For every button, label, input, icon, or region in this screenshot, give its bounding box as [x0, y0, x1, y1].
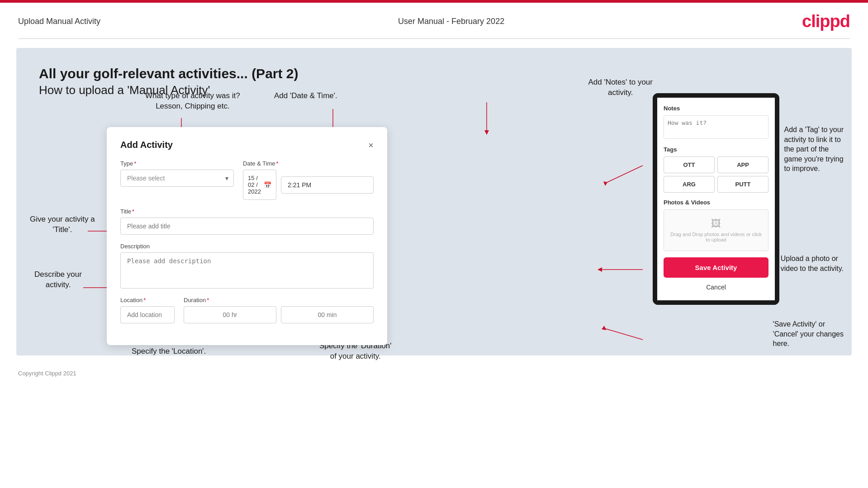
cancel-button[interactable]: Cancel: [664, 284, 768, 291]
annotation-date-time: Add 'Date & Time'.: [274, 91, 337, 101]
type-label: Type*: [120, 160, 234, 167]
description-field-group: Description: [120, 243, 374, 289]
page-title: All your golf-relevant activities... (Pa…: [39, 66, 829, 81]
photos-upload-area[interactable]: 🖼 Drag and Drop photos and videos or cli…: [664, 209, 768, 251]
location-field-group: Location*: [120, 297, 175, 323]
calendar-icon: 📅: [264, 181, 271, 189]
type-field-group: Type* Please select ▾: [120, 160, 234, 200]
annotation-upload: Upload a photo or video to the activity.: [781, 254, 844, 273]
annotation-save-cancel: 'Save Activity' or 'Cancel' your changes…: [773, 319, 844, 349]
upload-manual-activity-label: Upload Manual Activity: [18, 17, 100, 26]
photos-label: Photos & Videos: [664, 199, 768, 206]
location-input[interactable]: [120, 306, 175, 323]
duration-hr-input[interactable]: [184, 306, 276, 323]
dialog-title: Add Activity: [120, 140, 173, 150]
annotation-activity-type: What type of activity was it? Lesson, Ch…: [145, 91, 240, 112]
main-content: All your golf-relevant activities... (Pa…: [16, 48, 852, 355]
annotation-notes: Add 'Notes' to your activity.: [588, 77, 653, 98]
phone-mockup: Notes Tags OTT APP ARG PUTT Photos & Vid…: [653, 93, 779, 305]
footer: Copyright Clippd 2021: [0, 365, 868, 382]
user-manual-label: User Manual - February 2022: [398, 17, 504, 26]
svg-marker-17: [484, 130, 489, 135]
tag-arg[interactable]: ARG: [664, 176, 715, 193]
annotation-describe: Describe your activity.: [34, 270, 82, 290]
description-label: Description: [120, 243, 374, 250]
title-field-group: Title*: [120, 208, 374, 235]
clippd-logo: clippd: [802, 12, 850, 31]
tags-grid: OTT APP ARG PUTT: [664, 156, 768, 193]
header: Upload Manual Activity User Manual - Feb…: [0, 3, 868, 38]
time-input[interactable]: [281, 176, 374, 194]
annotation-tag: Add a 'Tag' to your activity to link it …: [784, 125, 844, 174]
date-input[interactable]: 15 / 02 / 2022 📅: [243, 170, 276, 200]
duration-min-input[interactable]: [281, 306, 374, 323]
notes-textarea[interactable]: [664, 115, 768, 139]
tag-ott[interactable]: OTT: [664, 156, 715, 173]
type-select[interactable]: Please select: [120, 170, 234, 187]
tags-label: Tags: [664, 146, 768, 153]
tag-app[interactable]: APP: [717, 156, 768, 173]
datetime-label: Date & Time*: [243, 160, 374, 167]
svg-line-18: [604, 166, 643, 184]
dialog-close-button[interactable]: ×: [368, 141, 374, 150]
svg-marker-19: [603, 181, 607, 186]
copyright-text: Copyright Clippd 2021: [18, 370, 76, 377]
location-label: Location*: [120, 297, 175, 303]
image-icon: 🖼: [669, 218, 764, 230]
duration-field-group: Duration*: [184, 297, 374, 323]
tag-putt[interactable]: PUTT: [717, 176, 768, 193]
svg-marker-21: [598, 267, 602, 272]
description-textarea[interactable]: [120, 252, 374, 289]
annotation-location: Specify the 'Location'.: [132, 346, 206, 357]
svg-marker-23: [602, 326, 606, 330]
header-divider: [18, 38, 850, 39]
save-activity-button[interactable]: Save Activity: [664, 257, 768, 278]
add-activity-dialog: Add Activity × Type* Please select ▾: [107, 127, 387, 345]
notes-label: Notes: [664, 105, 768, 112]
annotation-give-title: Give your activity a 'Title'.: [30, 214, 95, 235]
datetime-field-group: Date & Time* 15 / 02 / 2022 📅: [243, 160, 374, 200]
title-label: Title*: [120, 208, 374, 215]
svg-line-22: [604, 328, 643, 340]
duration-label: Duration*: [184, 297, 374, 303]
title-input[interactable]: [120, 218, 374, 235]
